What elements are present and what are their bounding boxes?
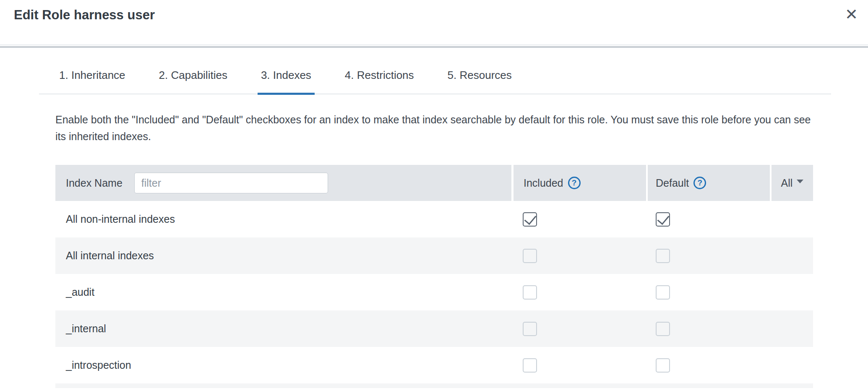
included-header-cell: Included ? [514, 165, 646, 201]
header-divider [0, 46, 868, 48]
page-title: Edit Role harness user [14, 8, 155, 23]
default-checkbox[interactable] [656, 249, 670, 263]
table-row: All non-internal indexes [55, 201, 813, 237]
default-checkbox[interactable] [656, 212, 670, 227]
included-label: Included [524, 177, 563, 189]
row-index-name: _audit [55, 286, 514, 298]
tab-bar: 1. Inheritance 2. Capabilities 3. Indexe… [39, 65, 831, 94]
default-checkbox[interactable] [656, 322, 670, 336]
table-row: _internal [55, 310, 813, 347]
included-checkbox[interactable] [523, 322, 537, 336]
default-checkbox[interactable] [656, 285, 670, 300]
default-header-cell: Default ? [648, 165, 770, 201]
index-name-header-cell: Index Name [55, 165, 511, 201]
filter-input[interactable] [134, 172, 328, 193]
included-checkbox[interactable] [523, 212, 537, 227]
row-index-name: _introspection [55, 359, 514, 371]
included-checkbox[interactable] [523, 249, 537, 263]
included-help-icon[interactable]: ? [568, 177, 581, 189]
tab-indexes[interactable]: 3. Indexes [258, 65, 315, 95]
included-checkbox[interactable] [523, 358, 537, 373]
table-row: _introspection [55, 347, 813, 383]
partial-next-row [55, 383, 813, 388]
default-checkbox[interactable] [656, 358, 670, 373]
tab-description: Enable both the "Included" and "Default"… [55, 111, 815, 145]
index-table-header: Index Name Included ? Default ? All [55, 165, 813, 201]
tab-inheritance[interactable]: 1. Inheritance [56, 65, 129, 94]
caret-down-icon [797, 180, 803, 183]
close-icon[interactable]: ✕ [845, 7, 858, 22]
tab-resources[interactable]: 5. Resources [444, 65, 515, 94]
tab-restrictions[interactable]: 4. Restrictions [341, 65, 417, 94]
index-name-label: Index Name [66, 177, 123, 189]
default-help-icon[interactable]: ? [693, 177, 706, 189]
table-row: _audit [55, 274, 813, 310]
table-row: All internal indexes [55, 237, 813, 274]
tab-capabilities[interactable]: 2. Capabilities [156, 65, 231, 94]
all-dropdown[interactable]: All [772, 165, 813, 201]
row-index-name: _internal [55, 323, 514, 335]
index-table: Index Name Included ? Default ? All All … [55, 165, 813, 383]
modal-header: Edit Role harness user ✕ [0, 0, 868, 45]
included-checkbox[interactable] [523, 285, 537, 300]
default-label: Default [656, 177, 689, 189]
row-index-name: All internal indexes [55, 250, 514, 262]
index-table-body: All non-internal indexes All internal in… [55, 201, 813, 383]
all-dropdown-label: All [781, 177, 793, 189]
row-index-name: All non-internal indexes [55, 213, 514, 225]
